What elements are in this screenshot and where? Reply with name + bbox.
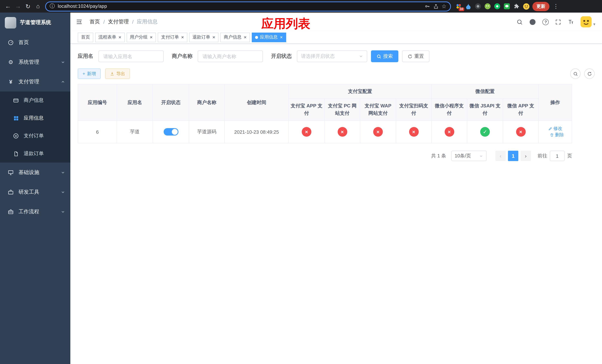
breadcrumb-section[interactable]: 支付管理 [108,19,129,25]
merchant-name-input[interactable] [198,50,263,62]
sidebar-item-home[interactable]: 首页 [0,32,70,52]
breadcrumb-current: 应用信息 [137,19,158,25]
address-bar[interactable]: ⓘ localhost:1024/pay/app ☆ [45,1,451,11]
toggle-search-button[interactable] [570,68,580,79]
app-name-input[interactable] [98,50,164,62]
extension-icon-3[interactable] [475,3,481,10]
chevron-down-icon [61,170,65,175]
close-icon[interactable]: × [181,35,184,40]
extension-badge: 10 [459,7,464,11]
help-icon[interactable]: ? [543,19,549,25]
home-icon[interactable]: ⌂ [33,1,43,11]
download-icon [110,72,114,76]
next-page-button[interactable]: › [521,151,531,161]
tab-app-info[interactable]: 应用信息× [252,32,286,42]
fullscreen-icon[interactable] [555,19,561,25]
bookmark-star-icon[interactable]: ☆ [441,3,447,10]
extension-icon-4[interactable] [484,3,491,10]
extension-icon-6[interactable] [504,3,510,10]
status-label: 开启状态 [271,53,292,60]
alipay-app-status-icon: × [302,127,311,137]
extension-icon-5[interactable] [494,3,501,10]
sidebar-item-refund-order[interactable]: 退款订单 [0,145,70,162]
top-navbar: 首页 / 支付管理 / 应用信息 ? [70,13,602,31]
tab-user-group[interactable]: 用户分组× [127,32,156,42]
page-number-button[interactable]: 1 [508,151,518,161]
sidebar-item-system[interactable]: ⚙ 系统管理 [0,52,70,72]
reset-button[interactable]: 重置 [402,50,430,62]
tab-pay-order[interactable]: 支付订单× [158,32,187,42]
cell-app-id: 6 [78,120,117,143]
credit-card-icon [13,97,19,103]
app-logo [5,17,16,28]
monitor-icon [7,169,14,175]
reload-icon[interactable]: ↻ [23,1,33,11]
close-icon[interactable]: × [150,35,152,40]
prev-page-button[interactable]: ‹ [495,151,506,161]
user-avatar[interactable]: ▾ [581,16,595,27]
extension-icon-2[interactable] [465,3,472,10]
forward-icon[interactable]: → [13,1,23,11]
back-icon[interactable]: ← [3,1,13,11]
breadcrumb-home[interactable]: 首页 [90,19,100,25]
browser-menu-icon[interactable]: ⋮ [553,3,559,10]
goto-page-input[interactable] [550,151,565,161]
chevron-down-icon [479,154,483,158]
edit-link[interactable]: 修改 [548,126,562,132]
sidebar-item-infra[interactable]: 基础设施 [0,162,70,182]
sidebar-item-workflow[interactable]: 工作流程 [0,202,70,221]
export-button[interactable]: 导出 [105,68,130,79]
tab-process-form[interactable]: 流程表单× [95,32,125,42]
close-icon[interactable]: × [213,35,215,40]
close-icon[interactable]: × [244,35,247,40]
page-size-select[interactable]: 10条/页 [451,151,486,161]
sidebar-item-label: 工作流程 [19,208,39,215]
sidebar-item-merchant-info[interactable]: 商户信息 [0,91,70,109]
wx-mini-status-icon: × [444,127,454,137]
browser-update-button[interactable]: 更新 [532,2,549,11]
sidebar-collapse-icon[interactable] [75,18,83,26]
sidebar-item-pay-order[interactable]: 支付订单 [0,127,70,145]
tab-merchant-info[interactable]: 商户信息× [220,32,250,42]
url-text[interactable]: localhost:1024/pay/app [58,4,421,9]
delete-link[interactable]: 删除 [550,132,564,138]
goto-suffix: 页 [567,152,572,159]
col-merchant-name: 商户名称 [189,84,225,120]
app-title: 芋道管理系统 [20,19,51,26]
profile-avatar-icon[interactable] [523,3,529,10]
add-button[interactable]: + 新增 [78,68,101,79]
status-select[interactable]: 请选择开启状态 [297,50,367,62]
chevron-down-icon [359,54,363,58]
refresh-button[interactable] [584,68,595,79]
sidebar-item-label: 首页 [19,39,29,46]
pagination-total: 共 1 条 [431,152,446,159]
table-row: 6 芋道 芋道源码 2021-10-23 08:49:25 × × × × × … [78,120,572,143]
close-icon[interactable]: × [118,35,121,40]
font-size-icon[interactable] [568,19,574,25]
extension-icon-1[interactable]: 10 [455,3,462,10]
github-icon[interactable] [529,18,536,25]
extensions-puzzle-icon[interactable] [513,3,520,10]
sidebar-item-app-info[interactable]: 应用信息 [0,109,70,127]
search-icon[interactable] [517,19,523,25]
app-logo-row[interactable]: 芋道管理系统 [0,13,70,32]
tab-home[interactable]: 首页 [78,32,93,42]
tab-refund-order[interactable]: 退款订单× [189,32,219,42]
chevron-down-icon [61,60,65,64]
col-app-id: 应用编号 [78,84,117,120]
breadcrumb-separator: / [103,19,105,25]
sidebar: 芋道管理系统 首页 ⚙ 系统管理 ¥ 支付管理 [0,13,70,364]
close-icon[interactable]: × [280,35,283,40]
trash-icon [550,133,554,137]
sidebar-item-dev-tools[interactable]: 研发工具 [0,182,70,202]
grid-icon [13,115,19,121]
plus-icon: + [83,71,85,76]
sidebar-item-pay[interactable]: ¥ 支付管理 [0,72,70,91]
password-key-icon[interactable] [424,3,430,9]
search-button[interactable]: 搜索 [371,50,398,62]
alipay-wap-status-icon: × [373,127,383,137]
status-switch[interactable] [163,128,178,136]
table-toolbar: + 新增 导出 [78,68,595,79]
share-icon[interactable] [433,3,439,9]
site-info-icon[interactable]: ⓘ [50,3,55,10]
